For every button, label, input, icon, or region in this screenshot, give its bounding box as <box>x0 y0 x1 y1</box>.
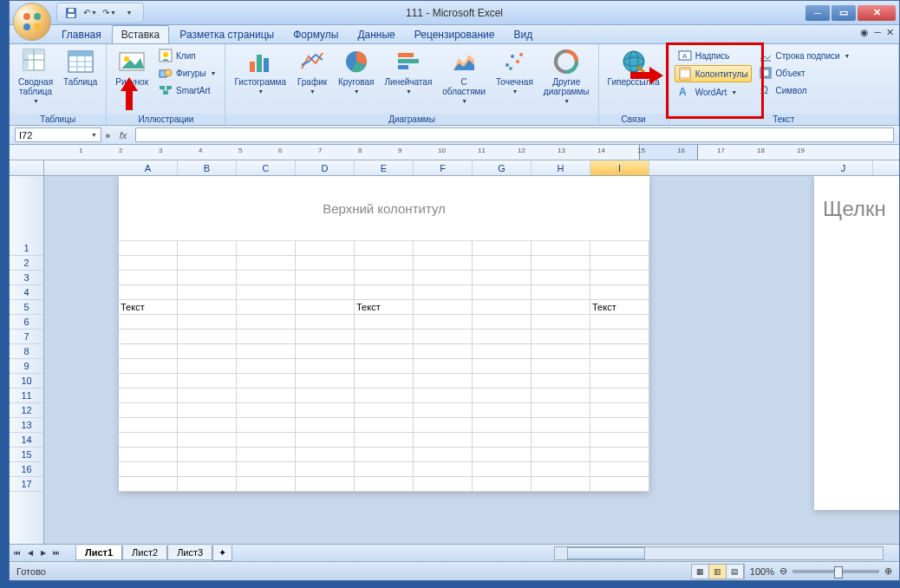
tab-home[interactable]: Главная <box>53 26 110 43</box>
cell[interactable] <box>473 344 532 359</box>
cell[interactable] <box>237 241 296 256</box>
cell[interactable] <box>414 285 473 300</box>
col-header-g[interactable]: G <box>473 160 532 175</box>
scatter-chart-button[interactable]: Точечная▼ <box>492 46 537 96</box>
cell[interactable] <box>473 285 532 300</box>
tab-nav-first-icon[interactable]: ⏮ <box>11 547 23 559</box>
cell[interactable] <box>590 315 649 330</box>
cell[interactable] <box>532 359 590 374</box>
cell[interactable] <box>296 433 355 448</box>
cell[interactable] <box>237 448 296 462</box>
cell[interactable] <box>178 433 237 448</box>
row-header[interactable]: 1 <box>10 241 43 256</box>
cell[interactable] <box>237 374 296 389</box>
cell[interactable] <box>237 285 296 300</box>
new-sheet-button[interactable]: ✦ <box>212 546 232 561</box>
cell[interactable] <box>590 418 649 433</box>
cell[interactable] <box>178 374 237 389</box>
tab-nav-last-icon[interactable]: ⏭ <box>50 547 62 559</box>
cell[interactable] <box>473 403 532 418</box>
smartart-button[interactable]: SmartArt <box>155 82 219 98</box>
inner-close-icon[interactable]: ✕ <box>886 27 894 38</box>
minimize-button[interactable]: ─ <box>805 5 830 21</box>
header-footer-button[interactable]: Колонтитулы <box>675 65 752 82</box>
row-header[interactable]: 16 <box>10 462 43 477</box>
cell[interactable] <box>296 359 355 374</box>
row-header[interactable]: 9 <box>10 359 43 374</box>
cell[interactable] <box>532 433 590 448</box>
cell[interactable] <box>119 374 178 389</box>
view-normal-icon[interactable]: ▦ <box>692 565 709 578</box>
cell[interactable] <box>178 418 237 433</box>
col-header-e[interactable]: E <box>355 160 414 175</box>
col-header-h[interactable]: H <box>532 160 590 175</box>
tab-data[interactable]: Данные <box>349 26 403 43</box>
cell[interactable] <box>532 300 590 315</box>
cell[interactable] <box>590 403 649 418</box>
cell[interactable] <box>237 315 296 330</box>
cell[interactable] <box>119 285 178 300</box>
cell[interactable] <box>119 241 178 256</box>
pivot-table-button[interactable]: Сводная таблица ▼ <box>15 46 56 106</box>
row-header[interactable]: 8 <box>10 344 43 359</box>
min-ribbon-icon[interactable]: ─ <box>874 27 881 38</box>
tab-view[interactable]: Вид <box>505 26 541 43</box>
column-chart-button[interactable]: Гистограмма▼ <box>231 46 290 96</box>
cell[interactable] <box>590 448 649 462</box>
cell[interactable] <box>237 477 296 492</box>
col-header-j[interactable]: J <box>814 160 873 175</box>
redo-icon[interactable]: ↷▼ <box>102 6 116 20</box>
object-button[interactable]: Объект <box>755 65 854 81</box>
cell[interactable] <box>296 241 355 256</box>
line-chart-button[interactable]: График▼ <box>293 46 331 96</box>
cell[interactable] <box>414 433 473 448</box>
cell[interactable] <box>590 271 649 285</box>
col-header-a[interactable]: A <box>119 160 178 175</box>
row-header[interactable]: 12 <box>10 403 43 418</box>
sheet-tab-2[interactable]: Лист2 <box>122 546 167 560</box>
cell[interactable] <box>414 241 473 256</box>
cell[interactable] <box>414 300 473 315</box>
cell[interactable] <box>237 403 296 418</box>
cell[interactable] <box>414 403 473 418</box>
cell[interactable] <box>178 256 237 271</box>
row-header[interactable]: 13 <box>10 418 43 433</box>
row-header[interactable]: 3 <box>10 271 43 285</box>
cell[interactable] <box>414 477 473 492</box>
cell[interactable] <box>296 448 355 462</box>
cell[interactable] <box>532 418 590 433</box>
cell[interactable] <box>590 389 649 403</box>
row-header[interactable]: 14 <box>10 433 43 448</box>
cell[interactable] <box>178 477 237 492</box>
cell[interactable] <box>178 285 237 300</box>
cell[interactable] <box>414 271 473 285</box>
cell[interactable] <box>532 389 590 403</box>
cell[interactable] <box>296 344 355 359</box>
other-charts-button[interactable]: Другие диаграммы▼ <box>540 46 593 106</box>
picture-button[interactable]: Рисунок <box>112 46 152 88</box>
cell[interactable] <box>119 462 178 477</box>
cell[interactable] <box>296 285 355 300</box>
maximize-button[interactable]: ▭ <box>832 5 856 21</box>
cell[interactable] <box>355 330 414 344</box>
cell[interactable] <box>119 403 178 418</box>
page-header[interactable]: Верхний колонтитул <box>119 176 649 241</box>
cell[interactable] <box>296 418 355 433</box>
tab-review[interactable]: Рецензирование <box>406 26 504 43</box>
cell[interactable] <box>178 344 237 359</box>
cell[interactable] <box>237 256 296 271</box>
zoom-out-button[interactable]: ⊖ <box>779 565 787 577</box>
cell[interactable] <box>473 477 532 492</box>
cell[interactable] <box>414 448 473 462</box>
office-button[interactable] <box>13 3 51 41</box>
cell[interactable] <box>355 344 414 359</box>
cell[interactable] <box>473 300 532 315</box>
cell[interactable] <box>355 448 414 462</box>
cell[interactable] <box>119 359 178 374</box>
table-button[interactable]: Таблица <box>60 46 101 88</box>
close-button[interactable]: ✕ <box>858 5 896 21</box>
cell[interactable] <box>296 271 355 285</box>
formula-input[interactable] <box>135 127 894 142</box>
cell[interactable] <box>590 374 649 389</box>
pie-chart-button[interactable]: Круговая▼ <box>335 46 377 96</box>
